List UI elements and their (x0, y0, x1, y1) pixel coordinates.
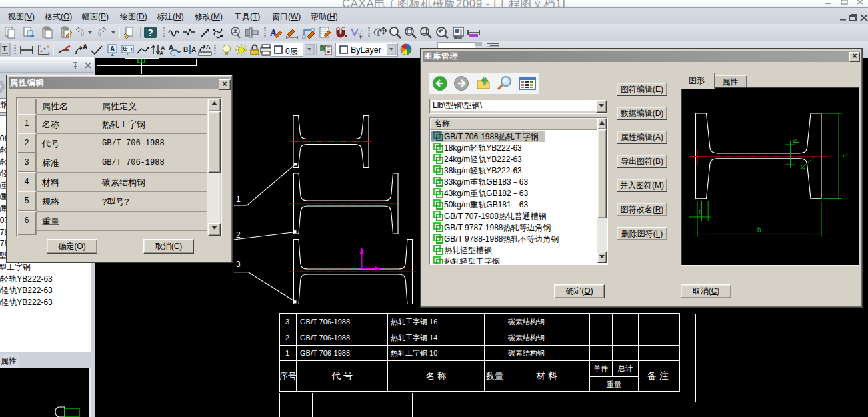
svg-text:碳素结构钢: 碳素结构钢 (507, 349, 545, 357)
svg-text:热轧工字钢 16: 热轧工字钢 16 (390, 318, 437, 326)
svg-text:GB/T 706-1988: GB/T 706-1988 (300, 318, 350, 326)
svg-text:热轧工字钢 14: 热轧工字钢 14 (390, 334, 437, 342)
svg-text:名称: 名称 (425, 370, 449, 381)
svg-text:单件: 单件 (593, 364, 608, 372)
svg-text:1: 1 (285, 349, 289, 357)
svg-text:GB/T 706-1988: GB/T 706-1988 (300, 334, 350, 342)
svg-text:材料: 材料 (536, 370, 560, 381)
svg-text:2: 2 (236, 230, 241, 240)
svg-text:序号: 序号 (279, 371, 297, 381)
svg-text:碳素结构钢: 碳素结构钢 (507, 334, 545, 342)
svg-text:1: 1 (236, 195, 241, 204)
svg-text:b: b (757, 226, 761, 234)
svg-text:代号: 代号 (331, 370, 355, 381)
svg-text:d: d (792, 139, 799, 143)
svg-text:3: 3 (285, 318, 289, 326)
svg-text:GB/T 706-1988: GB/T 706-1988 (300, 349, 350, 357)
svg-text:总计: 总计 (617, 364, 633, 372)
svg-text:b: b (842, 154, 849, 158)
svg-text:备注: 备注 (647, 370, 671, 381)
svg-text:热轧工字钢 10: 热轧工字钢 10 (390, 349, 437, 357)
svg-text:重量: 重量 (607, 380, 621, 388)
svg-text:碳素结构钢: 碳素结构钢 (507, 318, 545, 326)
svg-text:数量: 数量 (485, 371, 503, 381)
svg-text:t: t (699, 208, 701, 216)
svg-text:2: 2 (285, 334, 289, 342)
svg-text:3: 3 (236, 260, 241, 269)
